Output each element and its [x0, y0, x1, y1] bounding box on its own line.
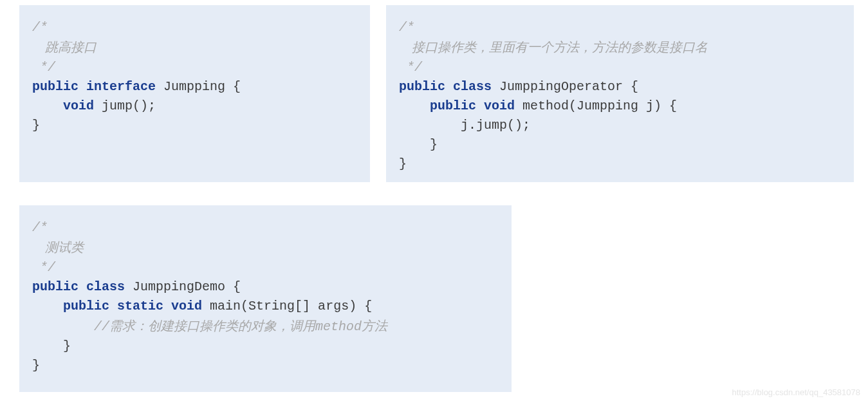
code-text: Jumpping { — [156, 79, 241, 94]
keyword-void: void — [484, 98, 515, 113]
code-content: /* 接口操作类，里面有一个方法，方法的参数是接口名 */ public cla… — [391, 18, 841, 174]
code-text: jump(); — [94, 98, 156, 113]
comment-line: 接口操作类，里面有一个方法，方法的参数是接口名 — [399, 40, 708, 54]
comment-text: 方法 — [362, 319, 387, 333]
comment-line: */ — [399, 60, 422, 75]
code-block-jumpping-operator: /* 接口操作类，里面有一个方法，方法的参数是接口名 */ public cla… — [386, 5, 854, 182]
keyword-public: public — [399, 79, 445, 94]
watermark-text: https://blog.csdn.net/qq_43581078 — [732, 387, 861, 397]
comment-line: */ — [32, 60, 55, 75]
code-text: } — [32, 339, 71, 353]
code-text: JumppingOperator { — [492, 79, 638, 94]
keyword-static: static — [117, 299, 163, 313]
comment-line: /* — [32, 220, 48, 235]
code-content: /* 测试类 */ public class JumppingDemo { pu… — [24, 218, 499, 375]
comment-text: // — [94, 319, 109, 334]
keyword-interface: interface — [86, 79, 156, 94]
keyword-class: class — [453, 79, 492, 94]
keyword-void: void — [171, 299, 202, 313]
code-content: /* 跳高接口 */ public interface Jumpping { v… — [24, 18, 357, 135]
code-text: main(String[] args) { — [202, 299, 372, 313]
code-text: j.jump(); — [399, 118, 530, 133]
comment-line: 测试类 — [32, 240, 84, 254]
comment-line: 跳高接口 — [32, 40, 97, 54]
keyword-public: public — [32, 79, 78, 94]
code-text: } — [32, 118, 40, 133]
code-text: JumppingDemo { — [125, 279, 241, 294]
comment-line: /* — [32, 20, 48, 35]
code-block-jumpping-demo: /* 测试类 */ public class JumppingDemo { pu… — [19, 205, 512, 392]
keyword-void: void — [63, 98, 94, 113]
keyword-public: public — [63, 299, 109, 313]
comment-text: 需求：创建接口操作类的对象，调用 — [109, 319, 315, 333]
keyword-class: class — [86, 279, 125, 294]
code-block-jumpping-interface: /* 跳高接口 */ public interface Jumpping { v… — [19, 5, 370, 182]
comment-line: /* — [399, 20, 414, 35]
code-text: method(Jumpping j) { — [515, 98, 677, 113]
keyword-public: public — [430, 98, 476, 113]
keyword-public: public — [32, 279, 78, 294]
code-text: } — [399, 156, 407, 171]
comment-text: method — [315, 319, 362, 334]
code-text: } — [399, 137, 438, 152]
code-text: } — [32, 358, 40, 373]
comment-line: */ — [32, 260, 55, 275]
